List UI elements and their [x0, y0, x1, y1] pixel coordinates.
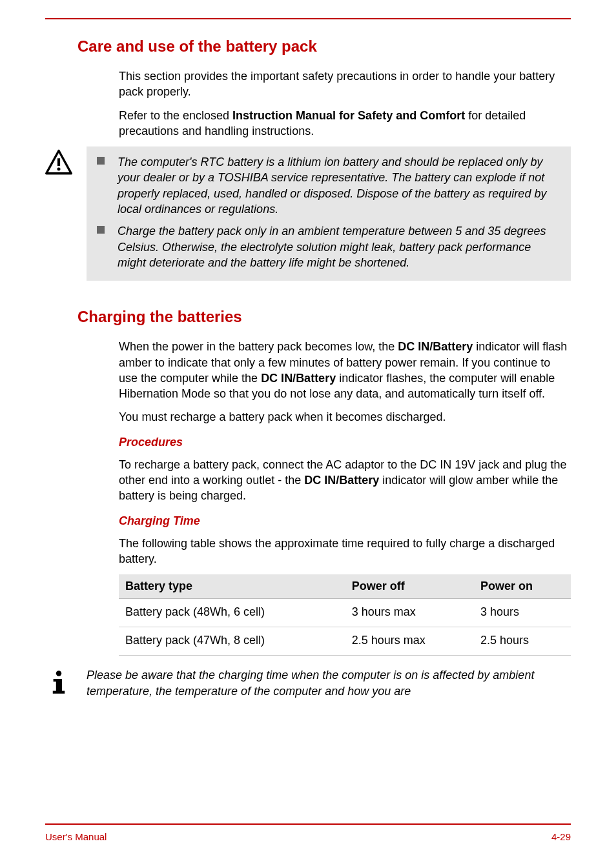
- bullet-icon: [97, 157, 105, 165]
- warning-item-1: The computer's RTC battery is a lithium …: [97, 154, 560, 217]
- warning-text-1: The computer's RTC battery is a lithium …: [118, 154, 560, 217]
- dc-in-battery-bold: DC IN/Battery: [261, 372, 336, 385]
- charging-p1: When the power in the battery pack becom…: [119, 339, 571, 401]
- procedures-p1: To recharge a battery pack, connect the …: [119, 457, 571, 504]
- cell-battery-type: Battery pack (47Wh, 8 cell): [119, 627, 345, 656]
- svg-rect-1: [57, 158, 60, 166]
- footer-right: 4-29: [551, 831, 571, 842]
- cell-power-on: 3 hours: [474, 599, 571, 627]
- top-rule: [45, 18, 571, 19]
- th-battery-type: Battery type: [119, 574, 345, 599]
- heading-charging: Charging the batteries: [77, 308, 571, 326]
- warning-callout: The computer's RTC battery is a lithium …: [45, 146, 571, 281]
- table-row: Battery pack (47Wh, 8 cell) 2.5 hours ma…: [119, 627, 571, 656]
- info-callout: Please be aware that the charging time w…: [45, 667, 571, 699]
- care-intro-2: Refer to the enclosed Instruction Manual…: [119, 108, 571, 139]
- warning-icon: [45, 146, 77, 179]
- care-intro-1: This section provides the important safe…: [119, 68, 571, 100]
- text-fragment: When the power in the battery pack becom…: [119, 340, 398, 353]
- page-footer: User's Manual 4-29: [45, 823, 571, 842]
- cell-power-on: 2.5 hours: [474, 627, 571, 656]
- cell-power-off: 3 hours max: [345, 599, 474, 627]
- info-icon: [45, 667, 77, 699]
- svg-point-2: [57, 168, 60, 171]
- bullet-icon: [97, 226, 105, 234]
- text-fragment: Refer to the enclosed: [119, 109, 232, 122]
- cell-battery-type: Battery pack (48Wh, 6 cell): [119, 599, 345, 627]
- warning-box: The computer's RTC battery is a lithium …: [87, 146, 571, 281]
- dc-in-battery-bold: DC IN/Battery: [304, 474, 379, 487]
- dc-in-battery-bold: DC IN/Battery: [398, 340, 473, 353]
- table-row: Battery pack (48Wh, 6 cell) 3 hours max …: [119, 599, 571, 627]
- charging-p2: You must recharge a battery pack when it…: [119, 409, 571, 425]
- svg-point-3: [56, 671, 61, 676]
- charging-time-intro: The following table shows the approximat…: [119, 536, 571, 567]
- table-header-row: Battery type Power off Power on: [119, 574, 571, 599]
- th-power-on: Power on: [474, 574, 571, 599]
- warning-item-2: Charge the battery pack only in an ambie…: [97, 223, 560, 270]
- charging-time-table: Battery type Power off Power on Battery …: [119, 574, 571, 656]
- th-power-off: Power off: [345, 574, 474, 599]
- heading-procedures: Procedures: [119, 436, 571, 449]
- info-text: Please be aware that the charging time w…: [87, 667, 571, 699]
- footer-left: User's Manual: [45, 831, 107, 842]
- cell-power-off: 2.5 hours max: [345, 627, 474, 656]
- manual-title-bold: Instruction Manual for Safety and Comfor…: [232, 109, 465, 122]
- warning-text-2: Charge the battery pack only in an ambie…: [118, 223, 560, 270]
- heading-care-use: Care and use of the battery pack: [77, 37, 571, 56]
- heading-charging-time: Charging Time: [119, 514, 571, 528]
